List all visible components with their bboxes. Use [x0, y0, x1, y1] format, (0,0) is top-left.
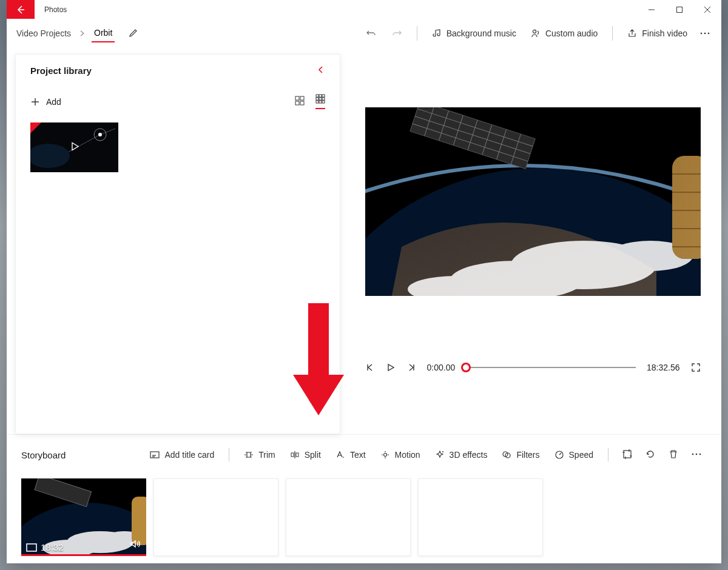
clip-duration-value: 18:32 — [41, 542, 64, 552]
clip-duration: 18:32 — [26, 542, 64, 552]
back-button[interactable] — [7, 0, 35, 19]
breadcrumb-current[interactable]: Orbit — [92, 24, 115, 42]
storyboard-empty-slot[interactable] — [153, 478, 278, 556]
app-window: Photos Video Projects Orbit Ba — [7, 0, 721, 563]
minimize-button[interactable] — [638, 0, 666, 19]
svg-rect-60 — [624, 451, 631, 458]
seek-thumb[interactable] — [461, 363, 471, 372]
split-label: Split — [305, 450, 321, 460]
add-media-button[interactable]: Add — [30, 97, 61, 107]
play-overlay-icon — [69, 141, 80, 154]
next-frame-button[interactable] — [406, 363, 416, 372]
trim-icon — [244, 450, 254, 460]
svg-rect-11 — [322, 95, 325, 97]
main-area: Project library Add — [7, 48, 721, 434]
svg-rect-15 — [316, 101, 318, 103]
rotate-button[interactable] — [640, 445, 661, 465]
chevron-left-icon — [317, 65, 325, 74]
storyboard-more-button[interactable] — [686, 445, 707, 465]
trim-button[interactable]: Trim — [238, 446, 281, 463]
filters-icon — [502, 450, 511, 460]
more-icon — [691, 449, 702, 460]
rotate-icon — [645, 449, 656, 460]
add-label: Add — [46, 97, 61, 107]
breadcrumb-root[interactable]: Video Projects — [14, 25, 73, 42]
delete-button[interactable] — [663, 445, 684, 465]
library-clip-thumbnail[interactable] — [30, 122, 118, 172]
svg-rect-16 — [319, 101, 322, 103]
text-button[interactable]: Text — [329, 446, 372, 463]
title-card-icon — [150, 450, 160, 460]
separator — [417, 26, 417, 41]
svg-rect-17 — [322, 101, 325, 103]
svg-rect-14 — [322, 98, 325, 100]
separator — [229, 448, 229, 461]
view-small-button[interactable] — [315, 94, 325, 109]
svg-rect-7 — [295, 101, 299, 105]
grid-large-icon — [295, 96, 305, 106]
undo-button[interactable] — [360, 24, 383, 42]
speed-label: Speed — [569, 450, 593, 460]
music-icon — [432, 29, 442, 38]
person-audio-icon — [531, 29, 541, 38]
3d-effects-button[interactable]: 3D effects — [429, 446, 494, 463]
svg-rect-5 — [295, 96, 299, 100]
aspect-icon — [26, 543, 37, 552]
svg-point-61 — [692, 453, 694, 455]
close-button[interactable] — [693, 0, 721, 19]
collapse-library-button[interactable] — [317, 65, 325, 76]
finish-video-button[interactable]: Finish video — [621, 25, 693, 42]
player-controls: 0:00.00 18:32.56 — [365, 363, 701, 372]
add-title-card-button[interactable]: Add title card — [144, 446, 220, 463]
separator — [612, 26, 613, 41]
sparkle-icon — [435, 450, 445, 460]
redo-button[interactable] — [385, 24, 408, 42]
view-large-button[interactable] — [295, 96, 305, 107]
fullscreen-button[interactable] — [691, 363, 701, 372]
total-time: 18:32.56 — [647, 363, 680, 372]
filters-button[interactable]: Filters — [496, 446, 545, 463]
svg-point-2 — [701, 32, 703, 34]
filters-label: Filters — [516, 450, 539, 460]
preview-panel: 0:00.00 18:32.56 — [352, 54, 713, 434]
preview-video[interactable] — [365, 107, 701, 296]
split-button[interactable]: Split — [284, 446, 327, 463]
resize-button[interactable] — [617, 445, 638, 465]
svg-point-63 — [699, 453, 701, 455]
current-time: 0:00.00 — [427, 363, 456, 372]
storyboard-empty-slot[interactable] — [286, 478, 411, 556]
maximize-button[interactable] — [666, 0, 693, 19]
motion-button[interactable]: Motion — [374, 446, 426, 463]
play-button[interactable] — [386, 363, 396, 372]
svg-rect-10 — [319, 95, 322, 97]
svg-rect-40 — [672, 156, 701, 259]
separator — [608, 448, 608, 461]
svg-point-62 — [696, 453, 698, 455]
speed-button[interactable]: Speed — [548, 446, 599, 463]
text-label: Text — [350, 450, 366, 460]
custom-audio-button[interactable]: Custom audio — [525, 25, 604, 42]
split-icon — [290, 450, 300, 460]
app-title: Photos — [35, 0, 76, 19]
storyboard-title: Storyboard — [21, 450, 66, 460]
storyboard-empty-slot[interactable] — [418, 478, 543, 556]
command-bar: Video Projects Orbit Background music Cu… — [7, 19, 721, 48]
storyboard-clip[interactable]: 18:32 — [21, 478, 146, 556]
seek-bar[interactable] — [466, 363, 636, 372]
svg-rect-9 — [316, 95, 318, 97]
background-music-button[interactable]: Background music — [426, 25, 522, 42]
svg-rect-8 — [300, 101, 304, 105]
rename-button[interactable] — [128, 29, 138, 38]
export-icon — [627, 29, 637, 38]
trim-label: Trim — [258, 450, 275, 460]
svg-rect-6 — [300, 96, 304, 100]
svg-rect-70 — [132, 497, 146, 545]
previous-frame-button[interactable] — [365, 363, 375, 372]
svg-rect-53 — [296, 453, 298, 457]
more-button[interactable] — [696, 24, 714, 42]
svg-rect-12 — [316, 98, 318, 100]
trash-icon — [668, 449, 679, 460]
video-indicator-icon — [30, 122, 41, 133]
background-music-label: Background music — [447, 29, 516, 38]
grid-small-icon — [315, 94, 325, 104]
